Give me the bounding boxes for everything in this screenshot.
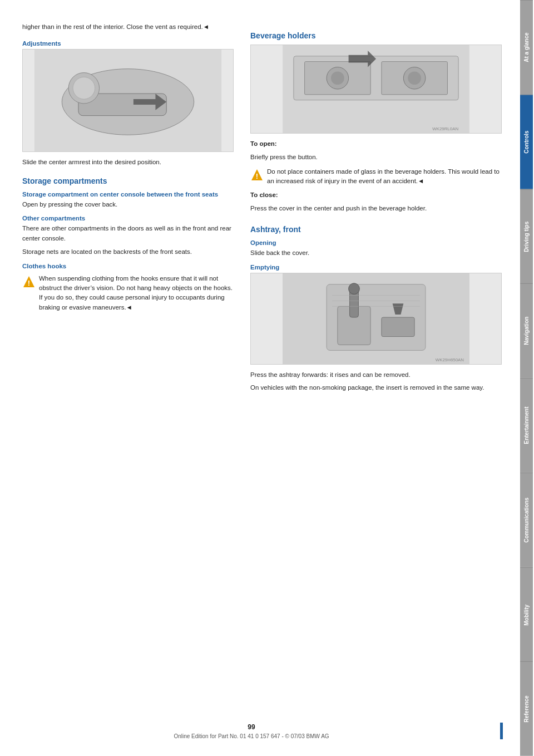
tab-driving-tips[interactable]: Driving tips — [520, 189, 533, 284]
right-column: Beverage holders — [250, 22, 502, 396]
other-compartments-heading: Other compartments — [22, 215, 234, 222]
other-compartments-text1: There are other compartments in the door… — [22, 224, 234, 244]
intro-paragraph: higher than in the rest of the interior.… — [22, 22, 234, 32]
adjustments-caption: Slide the center armrest into the desire… — [22, 158, 234, 168]
beverage-close-text: Press the cover in the center and push i… — [250, 204, 502, 214]
main-content: higher than in the rest of the interior.… — [0, 0, 518, 756]
beverage-warning-text: Do not place containers made of glass in… — [267, 167, 502, 186]
tab-reference[interactable]: Reference — [520, 661, 533, 756]
svg-text:WK29H650AN: WK29H650AN — [436, 357, 464, 362]
page-footer: 99 Online Edition for Part No. 01 41 0 1… — [0, 723, 503, 739]
clothes-hooks-warning: ! When suspending clothing from the hook… — [22, 274, 234, 312]
svg-point-5 — [73, 77, 95, 99]
adjustments-heading: Adjustments — [22, 40, 234, 47]
ashtray-heading: Ashtray, front — [250, 225, 502, 234]
page-number: 99 — [248, 723, 255, 731]
storage-center-console-heading: Storage compartment on center console be… — [22, 191, 234, 198]
svg-text:!: ! — [256, 172, 258, 180]
svg-point-16 — [408, 71, 421, 85]
ashtray-emptying-text2: On vehicles with the non-smoking package… — [250, 383, 502, 393]
left-column: higher than in the rest of the interior.… — [22, 22, 234, 396]
tab-navigation[interactable]: Navigation — [520, 283, 533, 378]
page-indicator-bar — [500, 723, 503, 739]
other-compartments-text2: Storage nets are located on the backrest… — [22, 247, 234, 257]
tab-mobility[interactable]: Mobility — [520, 567, 533, 662]
tab-at-a-glance[interactable]: At a glance — [520, 0, 533, 95]
footer-copyright: Online Edition for Part No. 01 41 0 157 … — [174, 733, 329, 739]
svg-point-25 — [349, 283, 360, 294]
ashtray-opening-heading: Opening — [250, 239, 502, 246]
clothes-hooks-warning-text: When suspending clothing from the hooks … — [39, 274, 234, 312]
beverage-open-heading: To open: — [250, 139, 502, 149]
beverage-warning-icon: ! — [250, 168, 264, 181]
storage-compartments-heading: Storage compartments — [22, 176, 234, 185]
beverage-warning: ! Do not place containers made of glass … — [250, 167, 502, 186]
tab-controls[interactable]: Controls — [520, 95, 533, 189]
ashtray-opening-text: Slide back the cover. — [250, 248, 502, 258]
svg-text:!: ! — [28, 279, 30, 287]
side-navigation: At a glance Controls Driving tips Naviga… — [518, 0, 534, 756]
ashtray-emptying-heading: Emptying — [250, 264, 502, 271]
adjustments-image: WKC7H630AN — [22, 49, 234, 152]
beverage-holders-image: WK29RL0AN — [250, 45, 502, 134]
tab-communications[interactable]: Communications — [520, 473, 533, 567]
clothes-hooks-heading: Clothes hooks — [22, 263, 234, 269]
beverage-holders-heading: Beverage holders — [250, 31, 502, 40]
svg-text:WK29RL0AN: WK29RL0AN — [432, 126, 458, 131]
svg-point-14 — [331, 71, 344, 85]
beverage-close-heading: To close: — [250, 190, 502, 200]
svg-rect-26 — [382, 317, 414, 337]
storage-center-console-text: Open by pressing the cover back. — [22, 200, 234, 210]
ashtray-emptying-text1: Press the ashtray forwards: it rises and… — [250, 370, 502, 380]
warning-triangle-icon: ! — [22, 275, 36, 288]
ashtray-image: WK29H650AN — [250, 273, 502, 365]
tab-entertainment[interactable]: Entertainment — [520, 378, 533, 473]
beverage-open-text: Briefly press the button. — [250, 153, 502, 163]
